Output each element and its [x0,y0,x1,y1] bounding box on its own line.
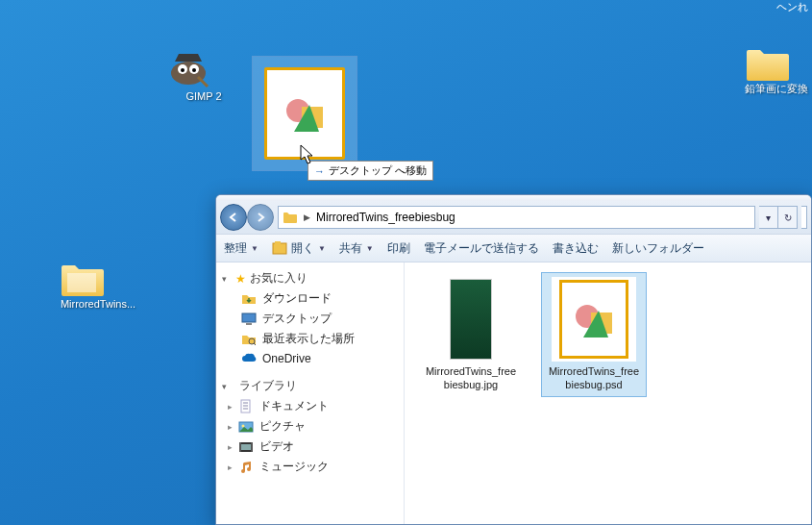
sidebar-group-label: ライブラリ [239,378,297,394]
svg-point-4 [192,68,196,72]
videos-icon [238,439,254,455]
toolbar-label: 開く [291,240,314,257]
address-path: MirroredTwins_freebiesbug [316,211,455,224]
address-refresh-button[interactable]: ↻ [778,206,798,229]
desktop-icon-gimp[interactable]: GIMP 2 [165,44,242,103]
toolbar-label: 新しいフォルダー [612,240,704,257]
recent-icon [241,332,257,347]
toolbar: 整理▼ 開く▼ 共有▼ 印刷 電子メールで送信する 書き込む 新しいフォルダー [216,234,811,262]
svg-point-3 [181,68,185,72]
toolbar-label: 印刷 [387,240,410,257]
svg-rect-9 [273,243,286,254]
explorer-window[interactable]: ▶ MirroredTwins_freebiesbug ▾ ↻ 整理▼ 開く▼ … [215,194,812,525]
toolbar-organize[interactable]: 整理▼ [224,240,258,257]
file-name: MirroredTwins_freebiesbug.psd [546,365,642,392]
sidebar-item-desktop[interactable]: デスクトップ [216,309,404,329]
desktop-icon [241,312,257,327]
address-bar[interactable]: ▶ MirroredTwins_freebiesbug [278,206,755,229]
nav-bar: ▶ MirroredTwins_freebiesbug ▾ ↻ [216,201,811,234]
sidebar-item-label: デスクトップ [262,311,332,327]
refresh-icon: ↻ [784,212,792,223]
file-content-area[interactable]: MirroredTwins_freebiesbug.jpg MirroredTw… [405,262,811,524]
music-icon [238,460,254,475]
svg-rect-12 [246,323,252,325]
chevron-right-icon: ▸ [228,402,233,412]
desktop-icon-label: MirroredTwins... [60,298,136,311]
file-item-jpg[interactable]: MirroredTwins_freebiesbug.jpg [418,272,524,397]
sidebar-group-libraries: ▾ ライブラリ ▸ドキュメント ▸ピクチャ ▸ビデオ ▸ミュージック [216,376,404,477]
sidebar-item-label: ミュージック [259,459,329,475]
svg-rect-25 [239,442,241,452]
nav-back-button[interactable] [220,204,247,231]
address-dropdown-button[interactable]: ▾ [759,206,778,229]
toolbar-new-folder[interactable]: 新しいフォルダー [612,240,704,257]
svg-rect-5 [67,273,96,292]
sidebar-item-label: ビデオ [259,438,294,455]
sidebar-item-label: 最近表示した場所 [262,331,355,347]
move-arrow-icon: → [314,165,325,177]
drag-preview [252,56,357,171]
chevron-down-icon: ▼ [251,244,258,253]
sidebar-item-pictures[interactable]: ▸ピクチャ [216,416,404,437]
toolbar-email[interactable]: 電子メールで送信する [424,240,539,257]
svg-rect-10 [275,241,281,244]
chevron-down-icon: ▾ [766,212,771,223]
pictures-icon [238,419,254,435]
sidebar-item-recent[interactable]: 最近表示した場所 [216,329,404,349]
sidebar-item-music[interactable]: ▸ミュージック [216,457,404,477]
desktop-icon-folder-mirrored[interactable]: MirroredTwins... [60,260,136,311]
gimp-app-icon [165,44,211,90]
sidebar-item-label: ドキュメント [259,398,329,414]
sidebar-item-onedrive[interactable]: OneDrive [216,349,404,368]
search-box-edge[interactable] [801,206,807,229]
sidebar-group-label: お気に入り [250,270,308,287]
chevron-down-icon: ▼ [366,244,374,253]
file-thumb-psd [552,277,636,362]
downloads-icon [241,291,257,307]
toolbar-share[interactable]: 共有▼ [339,240,374,257]
sidebar-item-label: OneDrive [262,352,311,365]
toolbar-label: 整理 [224,240,247,257]
nav-forward-button[interactable] [247,204,274,231]
toolbar-label: 共有 [339,240,362,257]
chevron-down-icon: ▼ [318,244,326,253]
folder-small-icon [283,211,298,224]
file-thumb-jpg [429,277,513,362]
drag-tooltip: → デスクトップ へ移動 [308,161,433,181]
drag-thumbnail-icon [264,67,345,160]
toolbar-open[interactable]: 開く▼ [272,240,326,257]
arrow-left-icon [228,212,239,223]
chevron-right-icon: ▸ [228,442,233,452]
sidebar-item-downloads[interactable]: ダウンロード [216,288,404,309]
desktop-icon-label: GIMP 2 [165,90,242,103]
sidebar-item-label: ピクチャ [259,418,306,435]
chevron-right-icon: ▸ [228,422,233,432]
toolbar-burn[interactable]: 書き込む [553,240,599,257]
file-item-psd[interactable]: MirroredTwins_freebiesbug.psd [541,272,647,397]
folder-icon [745,44,791,83]
star-icon: ★ [235,272,246,286]
toolbar-print[interactable]: 印刷 [387,240,410,257]
open-icon [272,240,287,256]
sidebar-item-videos[interactable]: ▸ビデオ [216,437,404,457]
partial-label: ヘンれ [776,0,808,14]
desktop-icon-folder-pencil[interactable]: 鉛筆画に変換 [745,44,808,95]
sidebar[interactable]: ▾ ★ お気に入り ダウンロード デスクトップ 最近表示した場所 OneDriv… [216,262,405,524]
svg-rect-26 [251,442,253,452]
onedrive-icon [241,351,257,366]
chevron-down-icon: ▾ [222,382,232,391]
sidebar-item-documents[interactable]: ▸ドキュメント [216,396,404,416]
sidebar-item-label: ダウンロード [262,290,332,307]
svg-rect-24 [241,444,251,450]
folder-icon [60,260,106,298]
breadcrumb-separator-icon: ▶ [304,212,310,222]
sidebar-group-favorites: ▾ ★ お気に入り ダウンロード デスクトップ 最近表示した場所 OneDriv… [216,268,404,368]
desktop-icon-label: 鉛筆画に変換 [745,83,808,95]
documents-icon [238,399,254,414]
arrow-right-icon [255,212,266,223]
chevron-right-icon: ▸ [228,462,233,472]
sidebar-head-favorites[interactable]: ▾ ★ お気に入り [216,268,404,288]
sidebar-head-libraries[interactable]: ▾ ライブラリ [216,376,404,396]
chevron-down-icon: ▾ [222,274,232,284]
svg-rect-11 [242,313,256,322]
